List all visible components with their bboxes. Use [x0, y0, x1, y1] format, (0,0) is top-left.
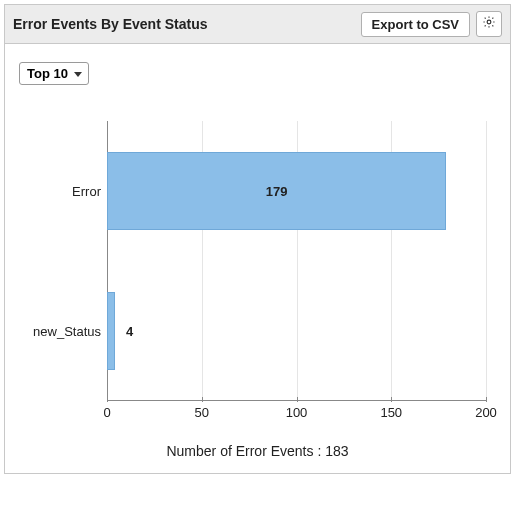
settings-button[interactable] — [476, 11, 502, 37]
bar-row: 4 — [107, 292, 486, 370]
y-category-label: new_Status — [21, 324, 101, 339]
header-actions: Export to CSV — [361, 11, 502, 37]
panel-body: Top 10 Errornew_Status 1794 050100150200… — [5, 44, 510, 473]
filter-row: Top 10 — [19, 62, 496, 85]
export-csv-button[interactable]: Export to CSV — [361, 12, 470, 37]
gear-icon — [482, 15, 496, 33]
bar — [107, 292, 115, 370]
y-axis-labels: Errornew_Status — [19, 121, 107, 401]
bar-row: 179 — [107, 152, 486, 230]
topn-select[interactable]: Top 10 — [19, 62, 89, 85]
x-axis-ticks: 050100150200 — [107, 401, 486, 441]
bar-value-label: 4 — [126, 324, 133, 339]
topn-select-label: Top 10 — [27, 66, 68, 81]
plot-area: 1794 — [107, 121, 486, 401]
panel-title: Error Events By Event Status — [13, 16, 208, 32]
panel-header: Error Events By Event Status Export to C… — [5, 5, 510, 44]
svg-point-0 — [487, 20, 491, 24]
gridline — [486, 121, 487, 401]
y-category-label: Error — [21, 184, 101, 199]
bar-value-label: 179 — [266, 184, 288, 199]
tick-mark — [486, 397, 487, 402]
bars-container: 1794 — [107, 121, 486, 401]
bar-chart: Errornew_Status 1794 050100150200 — [19, 121, 496, 441]
x-tick-label: 200 — [475, 405, 497, 420]
chart-panel: Error Events By Event Status Export to C… — [4, 4, 511, 474]
x-axis-title: Number of Error Events : 183 — [19, 443, 496, 459]
x-tick-label: 50 — [195, 405, 209, 420]
x-tick-label: 100 — [286, 405, 308, 420]
x-tick-label: 150 — [380, 405, 402, 420]
x-tick-label: 0 — [103, 405, 110, 420]
